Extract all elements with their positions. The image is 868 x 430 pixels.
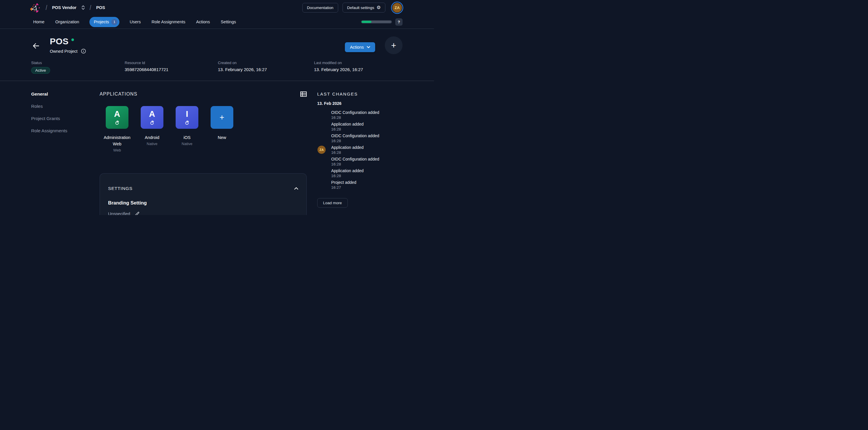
- arrow-left-icon: [33, 43, 39, 49]
- sidebar-item-general[interactable]: General: [31, 91, 100, 97]
- sidebar-item-role-assignments[interactable]: Role Assignments: [31, 128, 100, 133]
- change-entry: Project added 16:27: [331, 180, 403, 190]
- oidc-icon: [115, 120, 120, 125]
- project-title-block: POS Owned Project: [50, 36, 86, 54]
- tab-home[interactable]: Home: [33, 18, 45, 26]
- top-header: / POS Vendor / POS Documentation Default…: [0, 0, 434, 15]
- applications-heading: APPLICATIONS: [100, 91, 137, 97]
- change-entry: Application added 16:28: [331, 168, 403, 178]
- project-meta: Status Active Resource Id 35987206844081…: [0, 54, 434, 81]
- edit-button[interactable]: [134, 211, 140, 215]
- collapse-button[interactable]: [294, 187, 298, 190]
- change-entry: OIDC Configuration added 16:28: [331, 133, 403, 143]
- project-type-label: Owned Project: [50, 49, 78, 54]
- change-entry: Application added 16:28: [331, 145, 403, 155]
- app-card-new: + New: [205, 106, 240, 152]
- chevron-down-icon: [367, 46, 370, 49]
- zitadel-logo-icon[interactable]: [29, 2, 41, 13]
- change-entry: OIDC Configuration added 16:28: [331, 110, 403, 120]
- main-nav: Home Organization Projects 1 Users Role …: [0, 15, 434, 29]
- quota-progress-bar: [362, 21, 392, 23]
- table-view-icon: [300, 91, 307, 97]
- quota-progress-fill: [362, 21, 371, 23]
- content-area: General Roles Project Grants Role Assign…: [0, 81, 434, 215]
- app-tile-ios[interactable]: I: [176, 106, 198, 129]
- active-status-dot: [71, 38, 74, 41]
- tab-settings[interactable]: Settings: [220, 18, 237, 26]
- table-view-toggle[interactable]: [300, 91, 307, 97]
- add-button[interactable]: +: [385, 36, 403, 54]
- status-badge: Active: [31, 67, 50, 74]
- sidebar-item-roles[interactable]: Roles: [31, 104, 100, 109]
- app-card-android: A Android Native: [134, 106, 169, 152]
- app-card-ios: I iOS Native: [169, 106, 205, 152]
- changes-date: 13. Feb 2026: [317, 101, 403, 106]
- settings-card: SETTINGS Branding Setting Unspecified: [100, 173, 307, 215]
- page-title: POS: [50, 36, 68, 46]
- documentation-button[interactable]: Documentation: [302, 3, 338, 12]
- gear-icon: ⚙: [377, 5, 381, 10]
- oidc-icon: [185, 120, 190, 125]
- info-icon[interactable]: [81, 49, 86, 54]
- breadcrumb-project[interactable]: POS: [96, 5, 105, 10]
- last-changes-heading: LAST CHANGES: [317, 91, 403, 96]
- chevron-up-icon: [294, 187, 298, 190]
- section-sidebar: General Roles Project Grants Role Assign…: [31, 91, 100, 215]
- back-button[interactable]: [33, 43, 39, 49]
- tab-projects[interactable]: Projects 1: [89, 17, 119, 27]
- actions-button[interactable]: Actions: [345, 42, 375, 52]
- breadcrumb-org-selector[interactable]: POS Vendor: [52, 5, 85, 10]
- last-changes-panel: LAST CHANGES 13. Feb 2026 ZA OIDC Config…: [316, 91, 403, 215]
- app-tile-administration-web[interactable]: A: [106, 106, 128, 129]
- change-author-avatar: ZA: [317, 146, 326, 154]
- app-tile-android[interactable]: A: [141, 106, 163, 129]
- user-avatar[interactable]: ZA: [392, 2, 403, 13]
- change-entry: Application added 16:28: [331, 122, 403, 132]
- tab-users[interactable]: Users: [129, 18, 141, 26]
- sidebar-item-project-grants[interactable]: Project Grants: [31, 116, 100, 121]
- applications-grid: A Administration Web Web A Android Nativ…: [100, 106, 307, 152]
- pencil-icon: [134, 211, 140, 215]
- breadcrumb-separator: /: [46, 3, 47, 12]
- meta-created-on: Created on 13. February 2026, 16:27: [218, 61, 314, 74]
- zitadel-console: / POS Vendor / POS Documentation Default…: [0, 0, 434, 215]
- new-app-tile[interactable]: +: [211, 106, 233, 129]
- projects-count-badge: 1: [111, 19, 117, 25]
- meta-last-modified: Last modified on 13. February 2026, 16:2…: [314, 61, 403, 74]
- meta-status: Status Active: [31, 61, 125, 74]
- tab-organization[interactable]: Organization: [55, 18, 80, 26]
- load-more-button[interactable]: Load more: [317, 198, 348, 208]
- app-card-administration-web: A Administration Web Web: [100, 106, 134, 152]
- settings-heading: SETTINGS: [108, 186, 132, 191]
- plus-icon: +: [220, 113, 224, 121]
- org-name: POS Vendor: [52, 5, 76, 10]
- project-header: POS Owned Project Actions +: [0, 29, 434, 54]
- branding-setting-value: Unspecified: [108, 212, 130, 215]
- tab-actions[interactable]: Actions: [195, 18, 211, 26]
- changes-timeline: ZA OIDC Configuration added 16:28 Applic…: [317, 110, 403, 190]
- change-entry: OIDC Configuration added 16:28: [331, 157, 403, 166]
- oidc-icon: [150, 120, 155, 125]
- meta-resource-id: Resource Id 359872068440817721: [125, 61, 218, 74]
- org-switcher-icon: [82, 5, 85, 10]
- tab-role-assignments[interactable]: Role Assignments: [151, 18, 186, 26]
- default-settings-button[interactable]: Default settings ⚙: [343, 3, 385, 12]
- help-button[interactable]: ?: [395, 18, 403, 26]
- main-panel: APPLICATIONS A Administration Web Web A: [100, 91, 316, 215]
- branding-setting-title: Branding Setting: [108, 200, 298, 206]
- breadcrumb-separator: /: [90, 3, 91, 12]
